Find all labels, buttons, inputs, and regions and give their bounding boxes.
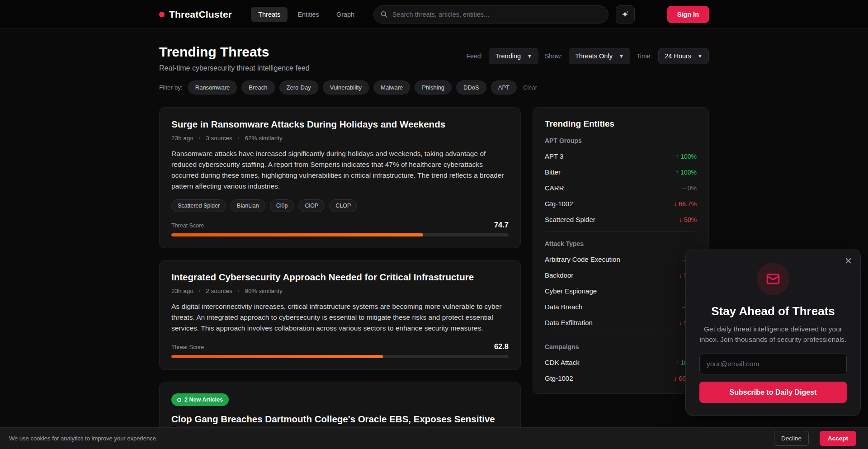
entity-name: CDK Attack: [545, 359, 580, 366]
entity-row[interactable]: Bitter ↑ 100%: [545, 168, 697, 176]
entity-tag[interactable]: CLOP: [329, 199, 357, 212]
threat-score-row: Threat Score 62.8: [171, 342, 509, 351]
threat-title[interactable]: Integrated Cybersecurity Approach Needed…: [171, 272, 509, 283]
entity-row[interactable]: Gtg-1002 ↓ 66.7%: [545, 374, 697, 382]
brand[interactable]: ThreatCluster: [159, 9, 232, 20]
threat-sources: 3 sources: [206, 135, 232, 142]
entity-row[interactable]: Cyber Espionage – 0%: [545, 287, 697, 295]
filter-chip-phishing[interactable]: Phishing: [415, 80, 452, 95]
entity-tag[interactable]: ClOP: [298, 199, 325, 212]
threat-meta: 23h ago • 2 sources • 90% similarity: [171, 288, 509, 294]
show-select-value: Threats Only: [575, 52, 613, 60]
threat-score-label: Threat Score: [171, 344, 204, 350]
entity-name: CARR: [545, 184, 564, 192]
main-content: Trending Threats Real-time cybersecurity…: [159, 29, 709, 447]
entity-row[interactable]: Data Exfiltration ↓ 50%: [545, 319, 697, 326]
entity-name: Arbitrary Code Execution: [545, 255, 620, 263]
entity-row[interactable]: APT 3 ↑ 100%: [545, 152, 697, 160]
sign-in-button[interactable]: Sign In: [667, 6, 709, 23]
ai-sparkle-button[interactable]: [616, 5, 635, 24]
entity-name: Gtg-1002: [545, 374, 573, 382]
global-search[interactable]: [373, 5, 609, 24]
filter-chip-malware[interactable]: Malware: [373, 80, 410, 95]
nav-link-threats[interactable]: Threats: [251, 7, 288, 22]
entity-name: Scattered Spider: [545, 216, 595, 223]
primary-nav: Threats Entities Graph: [251, 7, 362, 22]
section-heading: Attack Types: [545, 240, 697, 247]
top-nav: ThreatCluster Threats Entities Graph Sig…: [0, 0, 868, 29]
filter-chip-breach[interactable]: Breach: [241, 80, 274, 95]
chevron-down-icon: ▼: [698, 53, 703, 59]
brand-name: ThreatCluster: [169, 9, 232, 20]
search-input[interactable]: [392, 11, 602, 18]
chevron-down-icon: ▼: [619, 53, 624, 59]
threat-age: 23h ago: [171, 135, 193, 142]
entity-tag[interactable]: BianLian: [231, 199, 265, 212]
show-select[interactable]: Threats Only ▼: [569, 48, 630, 64]
filter-chip-ddos[interactable]: DDoS: [456, 80, 486, 95]
threat-similarity: 90% similarity: [245, 288, 282, 294]
threat-similarity: 62% similarity: [245, 135, 282, 142]
nav-link-graph[interactable]: Graph: [329, 7, 362, 22]
entity-tag[interactable]: Scattered Spider: [171, 199, 226, 212]
threat-sources: 2 sources: [206, 288, 232, 294]
time-select-label: Time:: [637, 52, 652, 60]
threat-score-bar: [171, 355, 509, 358]
threat-card[interactable]: Surge in Ransomware Attacks During Holid…: [159, 107, 521, 248]
entity-name: Cyber Espionage: [545, 287, 597, 295]
meta-separator: •: [238, 288, 240, 293]
entity-row[interactable]: CDK Attack ↑ 100%: [545, 359, 697, 366]
newsletter-body: Get daily threat intelligence delivered …: [699, 324, 847, 345]
entity-row[interactable]: Arbitrary Code Execution – 0%: [545, 255, 697, 263]
brand-logo-dot-icon: [159, 12, 165, 17]
entity-trend: ↑ 100%: [675, 153, 697, 160]
entity-row[interactable]: Gtg-1002 ↓ 66.7%: [545, 200, 697, 208]
entity-row[interactable]: Data Breach – 0%: [545, 303, 697, 311]
close-icon[interactable]: ✕: [844, 256, 852, 265]
threat-score-value: 62.8: [494, 342, 509, 351]
threat-title[interactable]: Surge in Ransomware Attacks During Holid…: [171, 119, 509, 130]
threat-description: Ransomware attacks have increased signif…: [171, 148, 509, 192]
newsletter-email-field[interactable]: [699, 354, 847, 374]
filter-chip-ransomware[interactable]: Ransomware: [188, 80, 237, 95]
decline-cookies-button[interactable]: Decline: [774, 431, 809, 446]
entity-trend: ↓ 66.7%: [674, 200, 697, 208]
filter-label: Filter by:: [159, 84, 183, 91]
new-badge-dot-icon: [177, 398, 181, 402]
entity-row[interactable]: Scattered Spider ↓ 50%: [545, 216, 697, 223]
feed-select-label: Feed:: [467, 52, 483, 60]
filter-chip-apt[interactable]: APT: [491, 80, 517, 95]
nav-link-entities[interactable]: Entities: [290, 7, 326, 22]
accept-cookies-button[interactable]: Accept: [820, 431, 856, 446]
threat-card[interactable]: Integrated Cybersecurity Approach Needed…: [159, 260, 521, 370]
filter-chip-zero-day[interactable]: Zero-Day: [279, 80, 318, 95]
entity-section-attack-types: Attack Types Arbitrary Code Execution – …: [545, 232, 697, 326]
feed-controls: Feed: Trending ▼ Show: Threats Only ▼ Ti…: [467, 48, 709, 64]
mail-icon-circle: [757, 263, 789, 295]
entity-tags: Scattered Spider BianLian Cl0p ClOP CLOP: [171, 199, 509, 212]
entity-row[interactable]: CARR – 0%: [545, 184, 697, 192]
filter-bar: Filter by: Ransomware Breach Zero-Day Vu…: [159, 80, 709, 95]
threat-meta: 23h ago • 3 sources • 62% similarity: [171, 135, 509, 142]
entity-tag[interactable]: Cl0p: [270, 199, 294, 212]
cookie-message: We use cookies for analytics to improve …: [9, 435, 158, 442]
meta-separator: •: [238, 136, 240, 141]
time-select[interactable]: 24 Hours ▼: [658, 48, 709, 64]
threat-score-label: Threat Score: [171, 222, 204, 229]
threat-score-bar-fill: [171, 233, 423, 236]
subscribe-button[interactable]: Subscribe to Daily Digest: [699, 382, 847, 403]
entity-trend: – 0%: [682, 184, 697, 192]
entity-name: Gtg-1002: [545, 200, 573, 208]
sparkle-icon: [621, 10, 629, 19]
meta-separator: •: [199, 288, 201, 293]
new-badge-label: 2 New Articles: [184, 397, 223, 403]
search-icon: [380, 10, 388, 18]
entity-section-apt-groups: APT Groups APT 3 ↑ 100% Bitter ↑ 100% CA…: [545, 129, 697, 223]
threat-score-bar-fill: [171, 355, 383, 358]
clear-filters-link[interactable]: Clear: [523, 84, 537, 91]
entity-trend: ↑ 100%: [675, 169, 697, 176]
feed-select[interactable]: Trending ▼: [489, 48, 538, 64]
filter-chip-vulnerability[interactable]: Vulnerability: [323, 80, 369, 95]
page-heading-block: Trending Threats Real-time cybersecurity…: [159, 44, 310, 72]
entity-row[interactable]: Backdoor ↓ 50%: [545, 271, 697, 279]
